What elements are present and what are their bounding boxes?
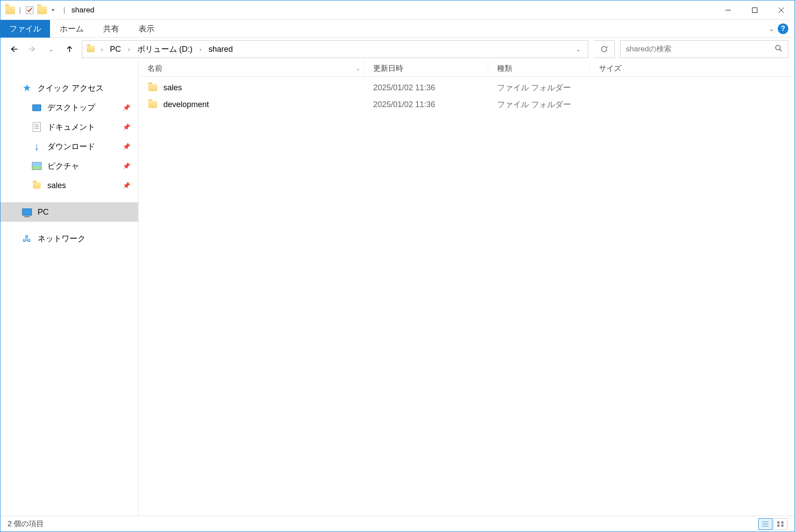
column-size[interactable]: サイズ — [590, 61, 795, 76]
svg-rect-12 — [777, 524, 780, 527]
search-input[interactable] — [626, 45, 775, 54]
address-bar[interactable]: › PC › ボリューム (D:) › shared ⌄ — [82, 40, 588, 58]
sidebar-label: デスクトップ — [47, 102, 95, 113]
breadcrumb-shared[interactable]: shared — [207, 45, 235, 54]
file-date: 2025/01/02 11:36 — [364, 100, 488, 109]
qa-newfolder-icon[interactable] — [37, 5, 47, 15]
quick-access-icon: ★ — [22, 83, 32, 93]
folder-icon — [31, 180, 42, 191]
sidebar-item-pc[interactable]: PC — [0, 202, 138, 222]
sort-indicator-icon: ⌄ — [356, 66, 360, 72]
nav-recent-dropdown[interactable]: ⌄ — [44, 42, 58, 56]
titlebar: | ▾ | shared — [0, 0, 795, 20]
sidebar-item-quick-access[interactable]: ★ クイック アクセス — [0, 78, 138, 98]
window-title: shared — [71, 6, 94, 15]
file-type: ファイル フォルダー — [488, 99, 590, 110]
pin-icon: 📌 — [123, 123, 130, 131]
nav-up-button[interactable] — [62, 42, 77, 56]
file-name: sales — [163, 83, 182, 93]
column-headers: 名前 ⌄ 更新日時 種類 サイズ — [139, 61, 795, 77]
pin-icon: 📌 — [123, 182, 130, 189]
file-row[interactable]: sales 2025/01/02 11:36 ファイル フォルダー — [139, 79, 795, 96]
search-icon[interactable] — [775, 44, 783, 54]
status-bar: 2 個の項目 — [0, 516, 795, 532]
downloads-icon: ↓ — [31, 141, 42, 152]
main-area: ★ クイック アクセス デスクトップ 📌 ドキュメント 📌 ↓ ダウンロード 📌… — [0, 61, 795, 516]
maximize-button[interactable] — [741, 0, 768, 20]
pin-icon: 📌 — [123, 104, 130, 111]
address-dropdown-icon[interactable]: ⌄ — [572, 46, 584, 53]
desktop-icon — [31, 102, 42, 113]
address-folder-icon — [86, 44, 96, 54]
qa-properties-icon[interactable] — [24, 5, 35, 15]
file-type: ファイル フォルダー — [488, 82, 590, 93]
sidebar-item-sales[interactable]: sales 📌 — [0, 176, 138, 195]
file-list: sales 2025/01/02 11:36 ファイル フォルダー develo… — [139, 77, 795, 516]
pictures-icon — [31, 161, 42, 171]
documents-icon — [31, 122, 42, 132]
ribbon-collapse-icon[interactable]: ⌄ — [769, 25, 774, 32]
svg-rect-11 — [781, 521, 783, 524]
navigation-pane: ★ クイック アクセス デスクトップ 📌 ドキュメント 📌 ↓ ダウンロード 📌… — [0, 61, 139, 516]
tab-share[interactable]: 共有 — [93, 20, 129, 38]
sidebar-label: ピクチャ — [47, 161, 79, 171]
file-name: development — [163, 100, 209, 109]
svg-point-5 — [776, 45, 780, 50]
tab-view[interactable]: 表示 — [129, 20, 164, 38]
refresh-button[interactable] — [594, 40, 615, 58]
chevron-right-icon[interactable]: › — [197, 46, 204, 53]
column-date[interactable]: 更新日時 — [364, 61, 488, 76]
title-separator: | — [59, 6, 69, 14]
breadcrumb-pc[interactable]: PC — [108, 45, 123, 54]
svg-line-6 — [780, 49, 782, 51]
breadcrumb-volume[interactable]: ボリューム (D:) — [135, 44, 194, 54]
tab-home[interactable]: ホーム — [50, 20, 93, 38]
column-name[interactable]: 名前 ⌄ — [139, 61, 364, 76]
minimize-button[interactable] — [715, 0, 741, 20]
pin-icon: 📌 — [123, 143, 130, 150]
folder-icon — [147, 82, 158, 93]
chevron-right-icon[interactable]: › — [125, 46, 132, 53]
status-text: 2 個の項目 — [8, 519, 44, 529]
qa-dropdown-icon[interactable]: ▾ — [49, 7, 57, 13]
svg-rect-2 — [753, 8, 757, 12]
sidebar-label: PC — [38, 208, 49, 217]
sidebar-label: ダウンロード — [47, 141, 95, 152]
sidebar-label: ネットワーク — [38, 233, 85, 244]
qa-separator: | — [17, 6, 23, 14]
column-type[interactable]: 種類 — [488, 61, 590, 76]
sidebar-item-network[interactable]: 🖧 ネットワーク — [0, 229, 138, 248]
content-area: 名前 ⌄ 更新日時 種類 サイズ sales 2025/01/02 11:36 … — [139, 61, 795, 516]
ribbon: ファイル ホーム 共有 表示 ⌄ ? — [0, 20, 795, 38]
network-icon: 🖧 — [22, 233, 32, 244]
sidebar-item-pictures[interactable]: ピクチャ 📌 — [0, 156, 138, 176]
sidebar-item-documents[interactable]: ドキュメント 📌 — [0, 117, 138, 137]
sidebar-label: ドキュメント — [47, 122, 95, 132]
view-thumbnails-button[interactable] — [773, 518, 787, 530]
file-date: 2025/01/02 11:36 — [364, 83, 488, 93]
sidebar-item-downloads[interactable]: ↓ ダウンロード 📌 — [0, 137, 138, 156]
close-button[interactable] — [768, 0, 795, 20]
sidebar-item-desktop[interactable]: デスクトップ 📌 — [0, 98, 138, 117]
view-details-button[interactable] — [758, 518, 772, 530]
folder-icon — [147, 99, 158, 110]
file-row[interactable]: development 2025/01/02 11:36 ファイル フォルダー — [139, 96, 795, 113]
nav-forward-button[interactable] — [25, 42, 39, 56]
tab-file[interactable]: ファイル — [0, 20, 50, 38]
help-icon[interactable]: ? — [778, 23, 788, 34]
pin-icon: 📌 — [123, 162, 130, 170]
svg-rect-13 — [781, 524, 783, 527]
app-folder-icon — [5, 5, 15, 15]
sidebar-label: sales — [47, 181, 66, 190]
svg-rect-10 — [777, 521, 780, 524]
navigation-row: ⌄ › PC › ボリューム (D:) › shared ⌄ — [0, 38, 795, 61]
pc-icon — [22, 207, 32, 217]
chevron-right-icon[interactable]: › — [98, 46, 105, 53]
search-box[interactable] — [620, 40, 788, 58]
sidebar-label: クイック アクセス — [38, 83, 104, 93]
nav-back-button[interactable] — [7, 42, 21, 56]
